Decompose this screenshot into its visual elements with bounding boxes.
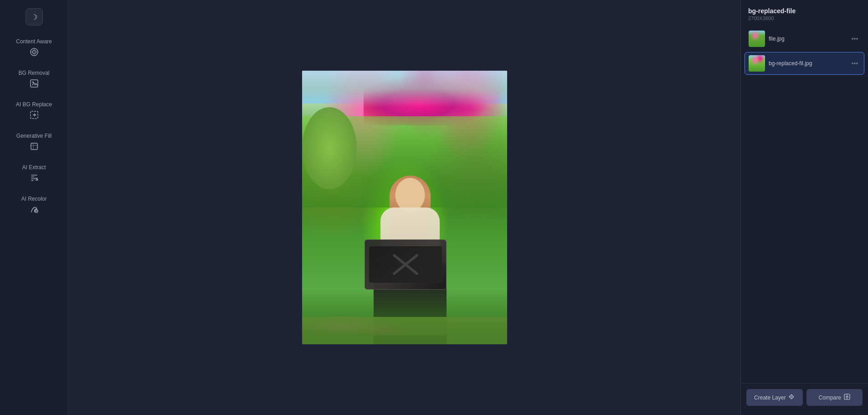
canvas-image bbox=[302, 71, 507, 344]
generative-fill-icon bbox=[30, 142, 39, 153]
panel-footer: Create Layer Compare bbox=[741, 383, 868, 415]
create-layer-label: Create Layer bbox=[754, 394, 786, 401]
sidebar-item-label: Content Aware bbox=[16, 38, 52, 45]
compare-button[interactable]: Compare bbox=[806, 389, 863, 406]
create-layer-icon bbox=[788, 394, 795, 401]
sky-bg bbox=[302, 71, 507, 107]
panel-header: bg-replaced-file 2700X3600 bbox=[741, 0, 868, 24]
sidebar-item-ai-bg-replace[interactable]: AI BG Replace bbox=[5, 97, 64, 126]
layer-name-file: file.jpg bbox=[769, 36, 846, 42]
sidebar-item-label: BG Removal bbox=[18, 70, 49, 76]
sidebar-item-content-aware[interactable]: Content Aware bbox=[5, 34, 64, 63]
sidebar-item-generative-fill[interactable]: Generative Fill bbox=[5, 128, 64, 158]
ai-extract-icon bbox=[30, 173, 39, 185]
layer-item-bg-replaced[interactable]: bg-replaced-fil.jpg ••• bbox=[745, 52, 864, 75]
theme-toggle-button[interactable]: ☽ bbox=[26, 8, 43, 26]
svg-point-3 bbox=[32, 82, 33, 83]
moon-icon: ☽ bbox=[31, 13, 37, 21]
layer-thumbnail-file bbox=[749, 31, 765, 47]
layer-item-file[interactable]: file.jpg ••• bbox=[745, 27, 864, 50]
panel-subtitle: 2700X3600 bbox=[748, 16, 861, 21]
ellipsis-icon: ••• bbox=[852, 35, 858, 42]
layer-more-button-file[interactable]: ••• bbox=[849, 33, 860, 44]
sidebar-item-label: AI Extract bbox=[22, 164, 46, 171]
layer-thumbnail-bg-replaced bbox=[749, 55, 765, 72]
compare-label: Compare bbox=[819, 394, 841, 401]
sidebar-item-label: AI BG Replace bbox=[16, 101, 52, 108]
right-panel: bg-replaced-file 2700X3600 file.jpg ••• … bbox=[740, 0, 868, 415]
sidebar-item-label: Generative Fill bbox=[16, 133, 51, 139]
left-sidebar: ☽ Content Aware BG Removal AI BG Replace bbox=[0, 0, 68, 415]
layer-name-bg-replaced: bg-replaced-fil.jpg bbox=[769, 60, 846, 67]
panel-title: bg-replaced-file bbox=[748, 7, 861, 15]
layers-list: file.jpg ••• bg-replaced-fil.jpg ••• bbox=[741, 24, 868, 383]
sidebar-item-label: AI Recolor bbox=[21, 196, 46, 202]
sidebar-item-ai-recolor[interactable]: AI Recolor bbox=[5, 191, 64, 221]
ellipsis-icon: ••• bbox=[852, 60, 858, 67]
ai-bg-replace-icon bbox=[30, 110, 39, 122]
main-canvas-area bbox=[68, 0, 740, 415]
compare-icon bbox=[844, 394, 850, 401]
ground-cover bbox=[302, 317, 507, 344]
ai-recolor-icon bbox=[30, 205, 39, 216]
sidebar-top: ☽ bbox=[0, 5, 68, 32]
bush-left bbox=[302, 107, 357, 189]
create-layer-button[interactable]: Create Layer bbox=[746, 389, 803, 406]
content-aware-icon bbox=[30, 47, 39, 59]
layer-more-button-bg-replaced[interactable]: ••• bbox=[849, 58, 860, 69]
bg-removal-icon bbox=[30, 79, 39, 90]
sidebar-item-ai-extract[interactable]: AI Extract bbox=[5, 160, 64, 189]
sidebar-item-bg-removal[interactable]: BG Removal bbox=[5, 65, 64, 95]
svg-rect-5 bbox=[31, 143, 37, 150]
